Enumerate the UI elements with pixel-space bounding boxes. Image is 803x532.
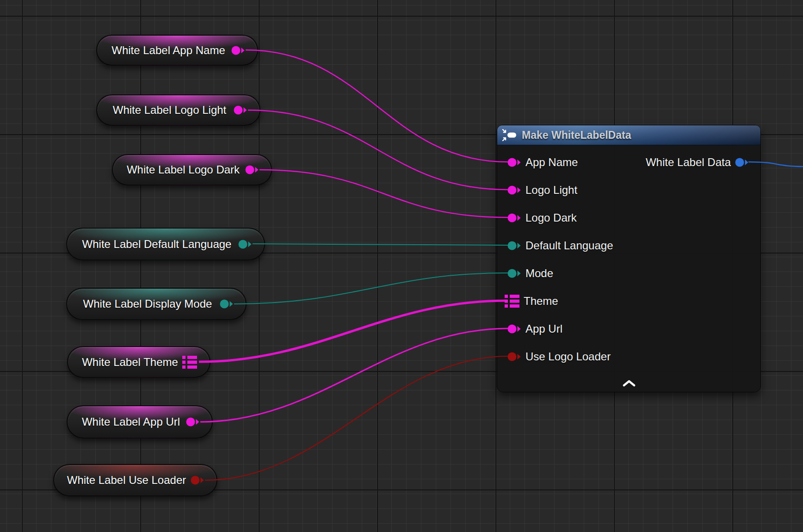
wire-7[interactable] (205, 356, 508, 480)
wire-6[interactable] (200, 328, 508, 422)
wire-3[interactable] (253, 244, 508, 245)
wire-0[interactable] (246, 50, 508, 162)
wire-8[interactable] (748, 162, 803, 167)
wire-5[interactable] (199, 301, 505, 362)
wire-layer (0, 0, 803, 532)
wire-2[interactable] (259, 170, 508, 217)
blueprint-canvas[interactable]: White Label App NameWhite Label Logo Lig… (0, 0, 803, 532)
wire-4[interactable] (234, 273, 508, 304)
wire-1[interactable] (248, 110, 508, 190)
